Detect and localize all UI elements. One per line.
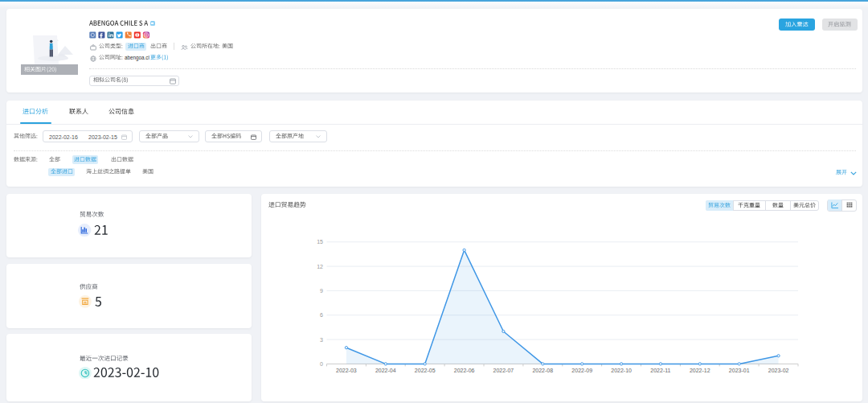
svg-text:2023-01: 2023-01 (729, 368, 750, 373)
svg-text:3: 3 (320, 337, 323, 343)
svg-text:2022-06: 2022-06 (454, 368, 475, 373)
svg-text:2022-05: 2022-05 (415, 368, 436, 373)
svg-text:2023-02: 2023-02 (768, 368, 789, 373)
svg-text:2022-08: 2022-08 (532, 368, 553, 373)
svg-text:9: 9 (320, 288, 323, 294)
svg-text:2022-03: 2022-03 (336, 368, 357, 373)
svg-text:12: 12 (317, 264, 323, 269)
svg-text:2022-09: 2022-09 (571, 368, 592, 373)
svg-text:2022-12: 2022-12 (690, 368, 710, 373)
svg-text:15: 15 (317, 239, 323, 245)
svg-text:2022-11: 2022-11 (650, 368, 670, 373)
svg-text:2022-04: 2022-04 (375, 368, 396, 373)
svg-text:0: 0 (320, 361, 323, 367)
svg-text:2022-10: 2022-10 (611, 368, 632, 373)
svg-text:2022-07: 2022-07 (493, 368, 514, 373)
svg-text:6: 6 (320, 312, 323, 318)
